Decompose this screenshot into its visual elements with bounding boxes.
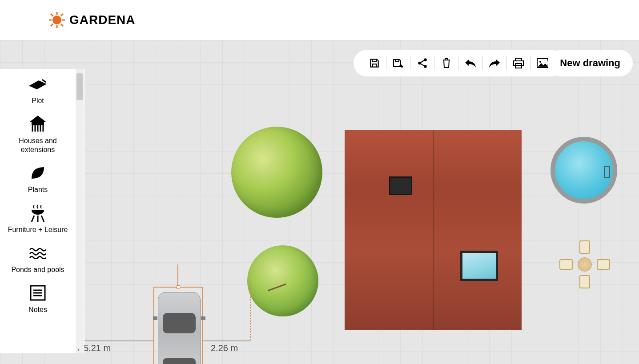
svg-line-7 [51,24,53,26]
brand-name: GARDENA [69,13,136,27]
canvas-pool[interactable] [551,137,617,204]
water-icon [29,244,47,262]
palette-item-ponds[interactable]: Ponds and pools [0,238,76,278]
chair-icon [579,240,590,254]
svg-line-10 [42,80,46,82]
canvas-house[interactable] [345,130,522,330]
save-button[interactable] [362,54,386,72]
palette-list: Plot Houses and extensions Plants Furnit… [0,69,76,353]
trash-icon [441,57,452,69]
palette-scrollbar[interactable]: ▾ [76,69,84,353]
palette-label: Ponds and pools [11,265,64,274]
svg-point-0 [52,16,61,24]
palette-item-notes[interactable]: Notes [0,278,76,318]
canvas[interactable]: 5.21 m 2.26 m [0,40,639,364]
new-drawing-button[interactable]: New drawing [547,50,633,76]
brand-logo: GARDENA [48,11,136,29]
palette-label: Houses and extensions [3,136,73,154]
resize-handle[interactable] [177,285,180,289]
palette-item-plants[interactable]: Plants [0,158,76,198]
house-icon [29,115,47,133]
chair-icon [597,259,610,270]
redo-icon [488,59,501,68]
chair-icon [559,259,573,270]
chevron-down-icon[interactable]: ▾ [77,347,82,352]
chair-icon [579,275,590,288]
measure-label-left: 5.21 m [84,343,111,353]
svg-rect-12 [32,122,44,125]
print-icon [512,57,525,69]
house-window-small [389,176,412,195]
measure-line [203,340,250,341]
svg-marker-11 [30,116,46,122]
palette-item-plot[interactable]: Plot [0,69,76,109]
palette-label: Plants [28,185,48,194]
canvas-car-selected[interactable] [153,287,203,364]
palette-label: Notes [28,305,47,314]
header: GARDENA [0,0,639,40]
canvas-tree-large[interactable] [231,127,322,218]
save-edit-icon [392,57,405,69]
plot-icon [29,75,47,93]
car-icon [158,292,201,364]
table-icon [578,257,592,272]
svg-point-31 [539,61,541,63]
top-toolbar [354,50,563,76]
svg-marker-9 [29,80,47,89]
house-window-large [460,251,498,281]
undo-icon [464,59,477,68]
bbq-icon [29,204,47,222]
share-icon [417,57,428,69]
selection-axis [177,264,178,287]
palette: Plot Houses and extensions Plants Furnit… [0,69,84,353]
palette-item-furniture[interactable]: Furniture + Leisure [0,198,76,238]
measure-line [84,340,153,341]
share-button[interactable] [410,54,434,72]
sun-icon [48,11,66,29]
notes-icon [29,284,47,302]
print-button[interactable] [506,54,530,72]
pool-ladder-icon [604,166,610,178]
canvas-tree-small[interactable] [247,245,318,316]
delete-button[interactable] [434,54,458,72]
redo-button[interactable] [482,54,506,72]
palette-label: Furniture + Leisure [8,225,68,234]
save-icon [369,57,380,69]
svg-line-28 [421,60,425,63]
undo-button[interactable] [458,54,482,72]
measure-label-right: 2.26 m [211,343,238,353]
palette-item-houses[interactable]: Houses and extensions [0,109,76,158]
measure-guide [250,280,251,340]
svg-line-6 [61,24,63,26]
svg-line-5 [51,14,53,16]
save-as-button[interactable] [386,54,410,72]
canvas-table-set[interactable] [563,242,607,287]
svg-line-29 [421,64,425,66]
svg-line-18 [32,216,34,222]
leaf-icon [29,164,47,182]
svg-line-8 [61,14,63,16]
image-icon [536,58,549,68]
palette-label: Plot [32,96,44,105]
scrollbar-thumb[interactable] [76,73,83,100]
svg-line-20 [41,216,44,222]
